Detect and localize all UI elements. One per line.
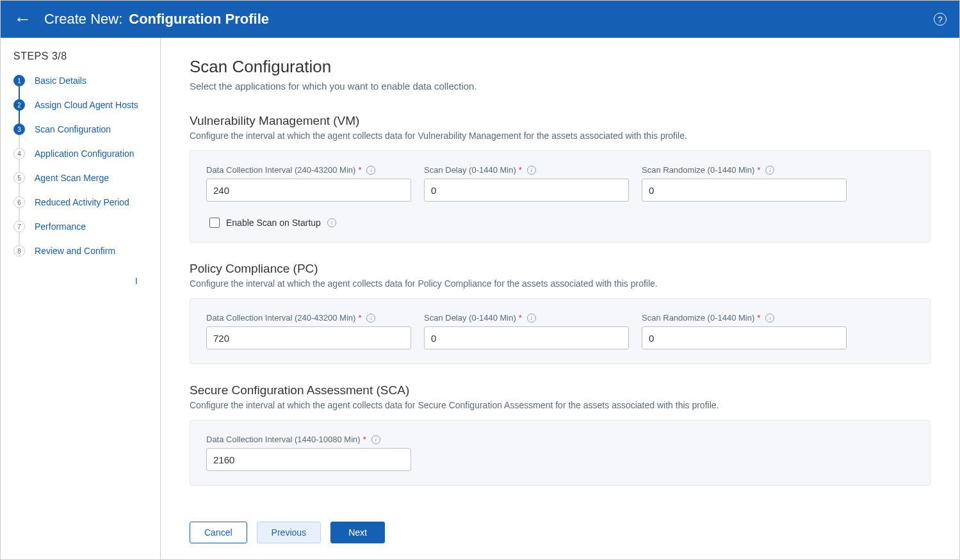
pc-randomize-input[interactable] (642, 326, 847, 349)
main-content: Scan Configuration Select the applicatio… (161, 38, 959, 512)
sca-panel: Data Collection Interval (1440-10080 Min… (190, 420, 931, 486)
step-number-badge: 2 (13, 99, 25, 111)
required-indicator: * (363, 435, 366, 444)
sca-section-title: Secure Configuration Assessment (SCA) (190, 383, 931, 397)
step-connector (19, 159, 20, 172)
step-connector (19, 208, 20, 221)
step-connector (19, 111, 20, 124)
step-item-3[interactable]: 3Scan Configuration (13, 124, 157, 135)
step-connector (19, 232, 20, 245)
wizard-footer: Cancel Previous Next (161, 512, 959, 559)
step-item-2[interactable]: 2Assign Cloud Agent Hosts (13, 99, 157, 111)
step-number-badge: 1 (13, 75, 25, 86)
vm-section-title: Vulnerability Management (VM) (190, 114, 931, 128)
step-number-badge: 4 (13, 148, 25, 159)
step-connector (19, 184, 20, 196)
vm-interval-input[interactable] (206, 179, 411, 202)
cancel-button[interactable]: Cancel (190, 522, 247, 543)
vm-enable-startup-checkbox[interactable] (209, 218, 220, 228)
header-title: Configuration Profile (129, 11, 269, 28)
help-icon[interactable]: ? (934, 13, 947, 26)
required-indicator: * (358, 165, 361, 175)
sca-section-subtitle: Configure the interval at which the agen… (190, 400, 931, 410)
vm-delay-input[interactable] (424, 179, 629, 202)
pc-panel: Data Collection Interval (240-43200 Min)… (190, 298, 931, 364)
page-title: Scan Configuration (190, 57, 931, 77)
info-icon[interactable]: i (366, 166, 375, 175)
required-indicator: * (757, 313, 760, 323)
previous-button[interactable]: Previous (257, 522, 321, 543)
vm-interval-label: Data Collection Interval (240-43200 Min)… (206, 165, 411, 175)
back-arrow-icon[interactable]: ← (13, 9, 31, 29)
pc-section-title: Policy Compliance (PC) (190, 262, 931, 276)
step-item-7[interactable]: 7Performance (13, 221, 157, 232)
pc-section-subtitle: Configure the interval at which the agen… (190, 278, 931, 289)
pc-randomize-label: Scan Randomize (0-1440 Min) * i (642, 313, 847, 323)
info-icon[interactable]: i (327, 218, 336, 227)
pc-interval-label: Data Collection Interval (240-43200 Min)… (206, 313, 411, 323)
step-item-4[interactable]: 4Application Configuration (13, 148, 157, 159)
info-icon[interactable]: i (371, 435, 380, 444)
step-label: Application Configuration (35, 148, 134, 159)
step-list: 1Basic Details2Assign Cloud Agent Hosts3… (13, 75, 157, 257)
step-label: Reduced Activity Period (35, 197, 129, 207)
vm-randomize-input[interactable] (642, 179, 847, 202)
step-label: Basic Details (35, 76, 86, 86)
required-indicator: * (358, 313, 361, 323)
vm-randomize-label: Scan Randomize (0-1440 Min) * i (642, 165, 847, 175)
step-item-1[interactable]: 1Basic Details (13, 75, 157, 86)
info-icon[interactable]: i (765, 314, 774, 323)
step-number-badge: 8 (13, 245, 25, 257)
sca-interval-input[interactable] (206, 448, 411, 471)
info-icon[interactable]: i (366, 314, 375, 323)
step-item-8[interactable]: 8Review and Confirm (13, 245, 157, 257)
step-connector (19, 135, 20, 148)
step-label: Scan Configuration (35, 124, 111, 134)
info-icon[interactable]: i (527, 314, 536, 323)
pc-delay-label: Scan Delay (0-1440 Min) * i (424, 313, 629, 323)
required-indicator: * (519, 165, 522, 175)
header-prefix: Create New: (44, 11, 122, 28)
vm-panel: Data Collection Interval (240-43200 Min)… (190, 150, 931, 243)
page-subtitle: Select the applications for which you wa… (190, 81, 931, 92)
sidebar-cursor-indicator: I (135, 276, 157, 286)
next-button[interactable]: Next (330, 522, 385, 543)
pc-delay-input[interactable] (424, 326, 629, 349)
step-connector (19, 86, 20, 99)
step-number-badge: 6 (13, 196, 25, 208)
step-number-badge: 3 (13, 124, 25, 135)
step-number-badge: 5 (13, 172, 25, 184)
step-item-6[interactable]: 6Reduced Activity Period (13, 196, 157, 208)
required-indicator: * (519, 313, 522, 323)
step-label: Assign Cloud Agent Hosts (35, 100, 138, 110)
step-label: Performance (35, 221, 86, 232)
vm-delay-label: Scan Delay (0-1440 Min) * i (424, 165, 629, 175)
step-item-5[interactable]: 5Agent Scan Merge (13, 172, 157, 184)
page-header: ← Create New: Configuration Profile ? (1, 1, 959, 38)
step-number-badge: 7 (13, 221, 25, 232)
step-label: Review and Confirm (35, 246, 115, 256)
pc-interval-input[interactable] (206, 326, 411, 349)
step-label: Agent Scan Merge (35, 173, 109, 183)
vm-enable-startup-label: Enable Scan on Startup i (226, 218, 336, 228)
info-icon[interactable]: i (527, 166, 536, 175)
vm-section-subtitle: Configure the interval at which the agen… (190, 131, 931, 141)
steps-sidebar: STEPS 3/8 1Basic Details2Assign Cloud Ag… (1, 38, 161, 559)
info-icon[interactable]: i (765, 166, 774, 175)
steps-counter: STEPS 3/8 (13, 51, 157, 62)
sca-interval-label: Data Collection Interval (1440-10080 Min… (206, 435, 411, 444)
required-indicator: * (757, 165, 760, 175)
